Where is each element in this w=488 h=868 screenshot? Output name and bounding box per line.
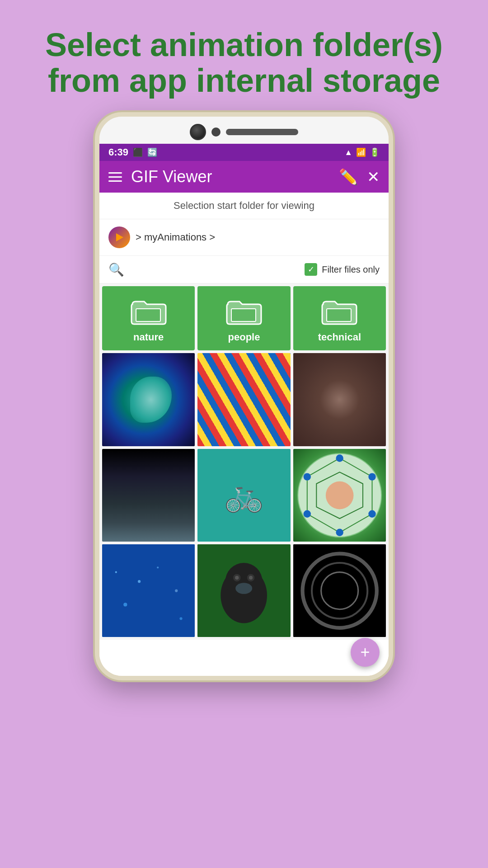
status-left: 6:39 ⬛ 🔄	[108, 146, 157, 158]
image-space[interactable]	[102, 449, 195, 542]
fab-button[interactable]: +	[351, 638, 380, 667]
heading-line1: Select animation folder(s)	[45, 27, 443, 63]
dark-circle-svg	[293, 544, 386, 637]
svg-point-23	[225, 563, 263, 600]
image-brown-pattern[interactable]	[293, 353, 386, 446]
status-bar: 6:39 ⬛ 🔄 ▲ 📶 🔋	[99, 144, 389, 161]
folder-people[interactable]: people	[197, 286, 290, 350]
breadcrumb-text: > myAnimations >	[136, 231, 215, 243]
svg-rect-29	[293, 544, 386, 637]
app-toolbar: GIF Viewer ✏️ ✕	[99, 161, 389, 193]
search-bar: 🔍 ✓ Filter files only	[99, 256, 389, 283]
toolbar-title: GIF Viewer	[131, 167, 330, 186]
speaker-grille	[226, 129, 298, 135]
screenshot-icon: ⬛	[133, 147, 143, 157]
image-underwater[interactable]	[102, 544, 195, 637]
heading-line2: from app internal storage	[45, 63, 443, 99]
sync-icon: 🔄	[147, 147, 157, 157]
folder-icon	[321, 297, 357, 326]
image-pattern[interactable]	[197, 353, 290, 446]
menu-button[interactable]	[108, 172, 122, 182]
svg-point-28	[236, 583, 253, 594]
file-grid: nature people technical	[99, 283, 389, 640]
svg-point-8	[336, 454, 343, 462]
page-heading: Select animation folder(s) from app inte…	[18, 0, 470, 112]
folder-nature[interactable]: nature	[102, 286, 195, 350]
status-time: 6:39	[108, 146, 128, 158]
svg-marker-0	[116, 233, 123, 241]
svg-point-9	[368, 473, 375, 480]
underwater-svg	[102, 544, 195, 637]
fab-area: +	[99, 640, 389, 676]
svg-point-26	[235, 576, 239, 580]
svg-point-10	[368, 510, 375, 517]
folder-nature-label: nature	[133, 331, 164, 343]
wifi-icon: ▲	[344, 148, 352, 157]
phone-frame: 6:39 ⬛ 🔄 ▲ 📶 🔋 GIF Viewer ✏️ ✕ Selection	[95, 112, 393, 680]
svg-point-16	[157, 566, 159, 568]
gorilla-svg	[197, 544, 290, 637]
edit-icon[interactable]: ✏️	[339, 168, 358, 186]
svg-rect-2	[231, 309, 256, 321]
svg-point-11	[336, 528, 343, 536]
svg-point-15	[138, 580, 141, 583]
subtitle-bar: Selection start folder for viewing	[99, 193, 389, 219]
phone-screen: 6:39 ⬛ 🔄 ▲ 📶 🔋 GIF Viewer ✏️ ✕ Selection	[99, 144, 389, 676]
phone-camera-area	[99, 117, 389, 144]
svg-point-17	[123, 603, 127, 606]
signal-icon: 📶	[356, 147, 366, 157]
svg-rect-1	[136, 309, 160, 321]
image-bike[interactable]	[197, 449, 290, 542]
breadcrumb-bar[interactable]: > myAnimations >	[99, 219, 389, 256]
folder-icon	[131, 297, 167, 326]
folder-icon	[226, 297, 262, 326]
image-geo[interactable]	[293, 449, 386, 542]
svg-point-27	[249, 576, 253, 580]
svg-point-19	[115, 571, 117, 573]
svg-point-20	[179, 617, 182, 620]
image-dark-circle[interactable]	[293, 544, 386, 637]
svg-point-7	[326, 481, 354, 509]
fab-plus-icon: +	[360, 643, 370, 662]
folder-technical[interactable]: technical	[293, 286, 386, 350]
svg-point-18	[175, 590, 178, 592]
svg-point-13	[303, 473, 310, 480]
search-icon: 🔍	[108, 262, 124, 277]
geo-svg	[293, 449, 386, 542]
filter-checkbox[interactable]: ✓	[305, 263, 317, 276]
svg-rect-3	[327, 309, 351, 321]
status-right: ▲ 📶 🔋	[344, 147, 380, 157]
svg-rect-14	[102, 544, 195, 637]
subtitle-text: Selection start folder for viewing	[174, 200, 314, 211]
camera-dot	[211, 127, 221, 137]
filter-label: Filter files only	[322, 264, 380, 275]
app-logo	[108, 226, 130, 248]
camera-lens	[190, 124, 206, 140]
svg-point-12	[303, 510, 310, 517]
close-icon[interactable]: ✕	[367, 168, 380, 186]
image-gorilla[interactable]	[197, 544, 290, 637]
search-input[interactable]	[130, 261, 299, 278]
battery-icon: 🔋	[370, 147, 380, 157]
folder-people-label: people	[228, 331, 260, 343]
app-content: Selection start folder for viewing > myA…	[99, 193, 389, 676]
image-earth[interactable]	[102, 353, 195, 446]
filter-checkbox-area[interactable]: ✓ Filter files only	[305, 263, 380, 276]
folder-technical-label: technical	[318, 331, 361, 343]
